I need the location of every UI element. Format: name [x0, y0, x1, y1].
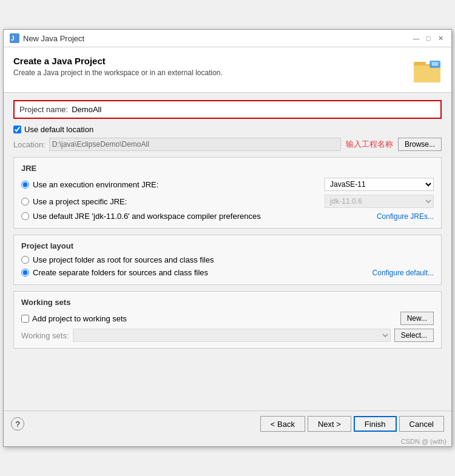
- select-working-sets-button[interactable]: Select...: [394, 329, 434, 342]
- next-button[interactable]: Next >: [308, 416, 351, 432]
- working-sets-select[interactable]: [73, 329, 391, 342]
- project-name-row: Project name:: [13, 100, 442, 119]
- finish-button[interactable]: Finish: [354, 416, 397, 432]
- configure-jres-link[interactable]: Configure JREs...: [377, 212, 434, 221]
- jre-option3-radio[interactable]: [21, 212, 29, 220]
- jre-option1-radio[interactable]: [21, 181, 29, 189]
- svg-text:J: J: [11, 35, 15, 42]
- location-input[interactable]: [49, 138, 341, 151]
- titlebar: J New Java Project — □ ✕: [4, 30, 451, 47]
- project-name-label: Project name:: [19, 105, 68, 114]
- layout-option2-radio[interactable]: [21, 269, 29, 277]
- layout-option2-label: Create separate folders for sources and …: [33, 268, 208, 277]
- folder-icon: [413, 56, 442, 85]
- close-button[interactable]: ✕: [436, 33, 445, 43]
- jre-option1-row: Use an execution environment JRE: JavaSE…: [21, 178, 434, 191]
- use-default-location-row: Use default location: [13, 125, 442, 134]
- jre-section: JRE Use an execution environment JRE: Ja…: [13, 157, 442, 229]
- new-working-set-button[interactable]: New...: [400, 312, 434, 325]
- layout-option1-radio[interactable]: [21, 256, 29, 264]
- project-layout-title: Project layout: [21, 241, 434, 250]
- header-section: Create a Java Project Create a Java proj…: [4, 47, 451, 93]
- project-name-input[interactable]: [72, 105, 436, 114]
- titlebar-left: J New Java Project: [10, 33, 84, 43]
- location-hint: 输入工程名称: [346, 139, 393, 150]
- svg-rect-4: [414, 65, 440, 82]
- layout-option2-row: Create separate folders for sources and …: [21, 268, 434, 277]
- project-layout-section: Project layout Use project folder as roo…: [13, 235, 442, 285]
- location-label: Location:: [13, 140, 46, 149]
- working-sets-title: Working sets: [21, 298, 434, 307]
- jre-option3-label: Use default JRE 'jdk-11.0.6' and workspa…: [33, 212, 261, 221]
- layout-option1-row: Use project folder as root for sources a…: [21, 255, 434, 264]
- jre-option2-label: Use a project specific JRE:: [33, 197, 127, 206]
- jre-specific-select[interactable]: jdk-11.0.6: [325, 195, 434, 208]
- add-to-working-sets-row: Add project to working sets New...: [21, 312, 434, 325]
- spacer: [13, 355, 442, 403]
- layout-option1-label: Use project folder as root for sources a…: [33, 255, 214, 264]
- jre-option1-label: Use an execution environment JRE:: [33, 180, 158, 189]
- content-area: Project name: Use default location Locat…: [4, 93, 451, 411]
- header-text: Create a Java Project Create a Java proj…: [13, 56, 223, 77]
- location-row: Location: 输入工程名称 Browse...: [13, 138, 442, 151]
- use-default-location-checkbox[interactable]: [13, 126, 21, 133]
- working-sets-section: Working sets Add project to working sets…: [13, 291, 442, 349]
- add-to-working-sets-checkbox[interactable]: [21, 315, 29, 323]
- bottom-bar: ? < Back Next > Finish Cancel: [4, 411, 451, 437]
- bottom-left: ?: [11, 417, 24, 431]
- working-sets-input-row: Working sets: Select...: [21, 329, 434, 342]
- bottom-buttons: < Back Next > Finish Cancel: [260, 416, 444, 432]
- svg-rect-5: [430, 61, 440, 68]
- cancel-button[interactable]: Cancel: [399, 416, 444, 432]
- titlebar-controls: — □ ✕: [411, 33, 445, 43]
- watermark: CSDN @ (with): [4, 437, 451, 446]
- maximize-button[interactable]: □: [423, 33, 433, 43]
- configure-default-link[interactable]: Configure default...: [372, 269, 434, 277]
- use-default-location-label: Use default location: [24, 125, 93, 134]
- help-button[interactable]: ?: [11, 417, 24, 431]
- jre-section-title: JRE: [21, 164, 434, 173]
- add-to-working-sets-label: Add project to working sets: [32, 314, 127, 323]
- back-button[interactable]: < Back: [260, 416, 305, 432]
- jre-option2-radio[interactable]: [21, 198, 29, 206]
- jre-environment-select[interactable]: JavaSE-11: [325, 178, 434, 191]
- new-java-project-dialog: J New Java Project — □ ✕ Create a Java P…: [3, 29, 452, 447]
- java-icon: J: [10, 33, 19, 43]
- header-subtitle: Create a Java project in the workspace o…: [13, 69, 223, 77]
- header-title: Create a Java Project: [13, 56, 223, 66]
- minimize-button[interactable]: —: [411, 33, 421, 43]
- browse-button[interactable]: Browse...: [398, 138, 442, 151]
- jre-option2-row: Use a project specific JRE: jdk-11.0.6: [21, 195, 434, 208]
- jre-option3-row: Use default JRE 'jdk-11.0.6' and workspa…: [21, 212, 434, 221]
- dialog-title: New Java Project: [23, 34, 84, 43]
- working-sets-label: Working sets:: [21, 331, 69, 340]
